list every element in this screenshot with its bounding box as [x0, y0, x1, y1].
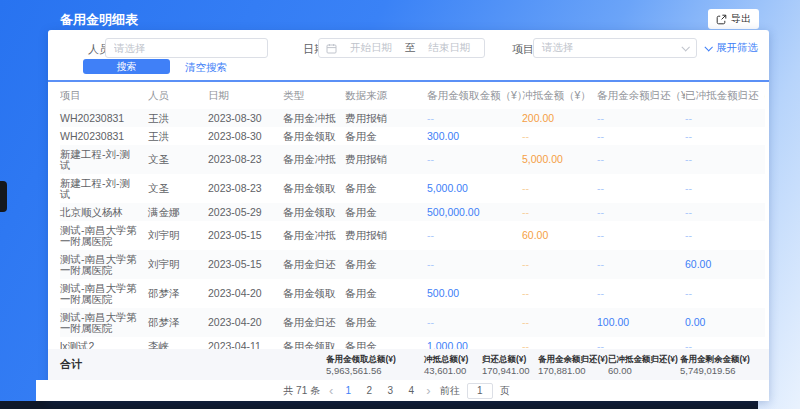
table-header-row: 项目人员日期类型数据来源备用金领取金额（¥）冲抵金额（¥）备用金余额归还（¥）已…: [60, 82, 765, 109]
table-cell: 满金娜: [148, 203, 208, 221]
table-cell: 备用金领取: [283, 127, 345, 145]
summary-cell-value: 5,963,561.56: [326, 365, 424, 377]
table-cell: 备用金冲抵: [283, 145, 345, 174]
table-row: WH20230831王洪2023-08-30备用金领取备用金300.00----…: [60, 127, 765, 145]
table-cell: 测试-南昌大学第一附属医院: [60, 221, 148, 250]
table-cell: 备用金: [345, 203, 427, 221]
table-cell: 新建工程-刘-测试: [60, 174, 148, 203]
table-cell: --: [597, 174, 685, 203]
table-row: 测试-南昌大学第一附属医院邵梦泽2023-04-20备用金领取备用金500.00…: [60, 279, 765, 308]
summary-cell: 备用金余额归还(¥)170,881.00: [538, 353, 608, 377]
search-button[interactable]: 搜索: [83, 59, 170, 74]
summary-cell-label: 备用金余额归还(¥): [538, 353, 608, 365]
page-number[interactable]: 1: [342, 385, 354, 396]
goto-page-input[interactable]: [467, 383, 493, 399]
summary-cell-label: 已冲抵金额归还(¥): [608, 353, 680, 365]
filter-bar: 人员 日期 开始日期 至 结束日期 项目 请选择 展开筛选 搜索 清空搜索: [48, 30, 769, 80]
table-cell: 李峡: [148, 337, 208, 349]
table-cell: 500,000.00: [427, 203, 522, 221]
column-header: 备用金领取金额（¥）: [427, 82, 522, 109]
table-cell: --: [597, 109, 685, 127]
table-cell: 2023-04-20: [208, 308, 283, 337]
date-start-placeholder[interactable]: 开始日期: [343, 41, 399, 55]
project-select[interactable]: 请选择: [533, 38, 697, 58]
table-cell: 0.00: [685, 308, 765, 337]
table-cell: 文圣: [148, 174, 208, 203]
summary-cells: 备用金领取总额(¥)5,963,561.56冲抵总额(¥)43,601.00归还…: [326, 353, 760, 377]
table-cell: 邵梦泽: [148, 308, 208, 337]
next-page-button[interactable]: ›: [424, 384, 432, 397]
table-cell: --: [427, 109, 522, 127]
summary-cell-label: 冲抵总额(¥): [424, 353, 482, 365]
table-row: 新建工程-刘-测试文圣2023-08-23备用金冲抵费用报销--5,000.00…: [60, 145, 765, 174]
expand-filter-link[interactable]: 展开筛选: [705, 41, 758, 55]
table-cell: --: [597, 221, 685, 250]
page-number[interactable]: 2: [363, 385, 375, 396]
project-label: 项目: [512, 39, 534, 59]
table-cell: 备用金领取: [283, 174, 345, 203]
page-number[interactable]: 4: [405, 385, 417, 396]
summary-total-label: 合计: [60, 349, 82, 380]
table-cell: 5,000.00: [427, 174, 522, 203]
table-cell: --: [597, 279, 685, 308]
expand-filter-label: 展开筛选: [716, 41, 758, 55]
calendar-icon: [326, 43, 337, 54]
table-cell: 备用金领取: [283, 203, 345, 221]
person-select-input[interactable]: [105, 38, 268, 58]
prev-page-button[interactable]: ‹: [327, 384, 335, 397]
chevron-down-icon: [681, 43, 689, 51]
summary-cell-label: 备用金剩余金额(¥): [680, 353, 760, 365]
table-cell: 刘宇明: [148, 250, 208, 279]
column-header: 备用金余额归还（¥）: [597, 82, 685, 109]
goto-label: 前往: [440, 384, 460, 398]
table-cell: 备用金归还: [283, 250, 345, 279]
table-cell: 2023-05-15: [208, 250, 283, 279]
table-cell: --: [597, 337, 685, 349]
table-cell: 备用金: [345, 174, 427, 203]
summary-cell: 备用金剩余金额(¥)5,749,019.56: [680, 353, 760, 377]
table-cell: --: [685, 127, 765, 145]
table-cell: --: [685, 109, 765, 127]
summary-cell-value: 5,749,019.56: [680, 365, 760, 377]
table-cell: 测试-南昌大学第一附属医院: [60, 250, 148, 279]
table-cell: lx测试2: [60, 337, 148, 349]
table-cell: 1,000.00: [427, 337, 522, 349]
bottom-bar: [0, 401, 758, 409]
table-cell: --: [522, 174, 597, 203]
table-cell: WH20230831: [60, 109, 148, 127]
table-cell: 刘宇明: [148, 221, 208, 250]
table-cell: 北京顺义杨林: [60, 203, 148, 221]
date-range-picker[interactable]: 开始日期 至 结束日期: [318, 38, 485, 58]
table-cell: --: [427, 221, 522, 250]
table-cell: 2023-08-30: [208, 127, 283, 145]
page-number[interactable]: 3: [384, 385, 396, 396]
table-body: WH20230831王洪2023-08-30备用金冲抵费用报销--200.00-…: [60, 109, 765, 349]
clear-search-link[interactable]: 清空搜索: [185, 61, 227, 75]
data-table: 项目人员日期类型数据来源备用金领取金额（¥）冲抵金额（¥）备用金余额归还（¥）已…: [48, 80, 769, 349]
column-header: 日期: [208, 82, 283, 109]
summary-cell-value: 170,881.00: [538, 365, 608, 377]
table-cell: 备用金冲抵: [283, 221, 345, 250]
table-cell: --: [522, 308, 597, 337]
date-end-placeholder[interactable]: 结束日期: [421, 41, 477, 55]
summary-cell-label: 归还总额(¥): [482, 353, 538, 365]
export-icon: [716, 14, 727, 25]
table-cell: 备用金: [345, 337, 427, 349]
table-cell: 200.00: [522, 109, 597, 127]
table-row: 测试-南昌大学第一附属医院刘宇明2023-05-15备用金冲抵费用报销--60.…: [60, 221, 765, 250]
table-cell: 备用金领取: [283, 337, 345, 349]
table-cell: --: [522, 279, 597, 308]
table-cell: 2023-04-11: [208, 337, 283, 349]
table-cell: --: [597, 145, 685, 174]
table-cell: 备用金冲抵: [283, 109, 345, 127]
table-row: 测试-南昌大学第一附属医院邵梦泽2023-04-20备用金归还备用金----10…: [60, 308, 765, 337]
table-cell: --: [685, 174, 765, 203]
table-cell: 测试-南昌大学第一附属医院: [60, 308, 148, 337]
sidebar-handle[interactable]: [0, 181, 7, 212]
table-cell: --: [685, 221, 765, 250]
export-button[interactable]: 导出: [708, 9, 759, 29]
table-cell: --: [597, 127, 685, 145]
column-header: 项目: [60, 82, 148, 109]
table-cell: 备用金: [345, 308, 427, 337]
page-title: 备用金明细表: [60, 11, 138, 29]
